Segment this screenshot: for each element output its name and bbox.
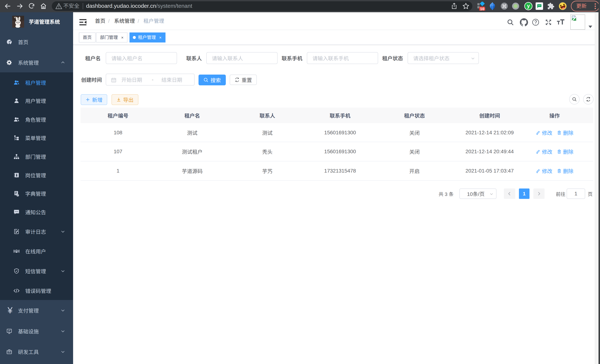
- svg-text:10: 10: [480, 7, 484, 10]
